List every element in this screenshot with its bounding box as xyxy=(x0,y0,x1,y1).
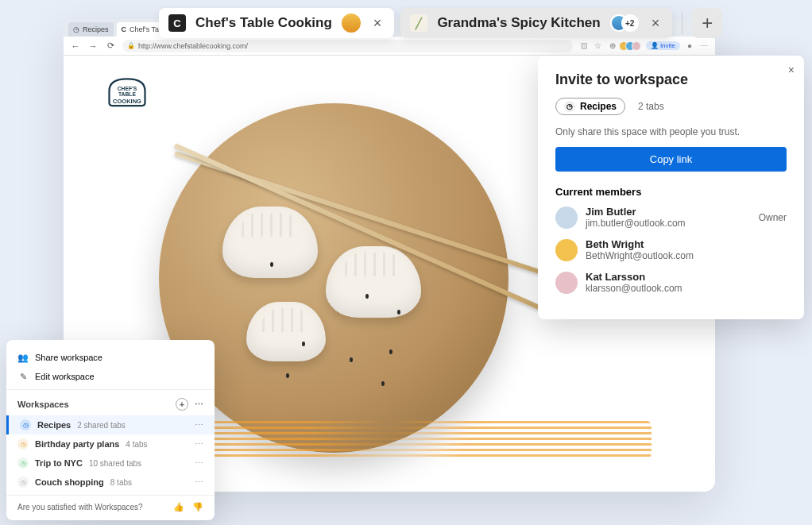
reader-icon[interactable]: ⊡ xyxy=(579,41,589,51)
workspace-tabcount: 8 tabs xyxy=(110,478,132,487)
menu-icon[interactable]: ⋯ xyxy=(699,41,709,51)
site-logo: CHEF'S TABLE COOKING xyxy=(95,70,159,118)
workspace-tabcount: 2 shared tabs xyxy=(77,421,126,430)
workspace-item[interactable]: ◷ Birthday party plans 4 tabs ⋯ xyxy=(6,434,215,454)
pencil-icon: ✎ xyxy=(17,371,29,382)
invite-panel: × Invite to workspace ◷ Recipes 2 tabs O… xyxy=(538,56,804,319)
tab-divider xyxy=(682,12,682,34)
workspaces-header-label: Workspaces xyxy=(17,400,69,409)
workspace-icon: ◷ xyxy=(564,101,575,112)
avatar-icon xyxy=(555,207,578,229)
refresh-button[interactable]: ⟳ xyxy=(105,41,116,52)
invite-chip-label: Invite xyxy=(660,42,675,49)
member-avatar-icon xyxy=(632,41,641,51)
svg-text:CHEF'S: CHEF'S xyxy=(118,86,137,91)
address-bar[interactable]: 🔒 http://www.chefstablecooking.com/ xyxy=(122,40,573,52)
more-icon[interactable]: ⋯ xyxy=(195,420,203,430)
browser-toolbar: ← → ⟳ 🔒 http://www.chefstablecooking.com… xyxy=(64,37,715,56)
avatar-stack: +2 xyxy=(610,14,639,32)
workspace-icon: ◷ xyxy=(17,477,29,488)
feedback-question: Are you satisfied with Workspaces? xyxy=(17,503,143,511)
member-email: klarsson@outlook.com xyxy=(586,283,779,294)
lock-icon: 🔒 xyxy=(127,42,135,49)
workspace-icon: ◷ xyxy=(20,419,31,430)
back-button[interactable]: ← xyxy=(70,41,81,52)
trust-text: Only share this space with people you tr… xyxy=(555,126,787,137)
workspace-icon: ◷ xyxy=(17,438,29,450)
forward-button[interactable]: → xyxy=(87,41,99,52)
tab-title: Grandma's Spicy Kitchen xyxy=(437,15,600,31)
members-heading: Current members xyxy=(555,186,787,198)
workspace-item[interactable]: ◷ Couch shopping 8 tabs ⋯ xyxy=(6,473,215,492)
toolbar-right: ⊡ ☆ ⊕ 👤 Invite ● ⋯ xyxy=(579,41,709,51)
avatar-icon xyxy=(555,272,578,294)
member-email: jim.butler@outlook.com xyxy=(586,218,751,229)
new-tab-button[interactable]: + xyxy=(692,8,722,38)
workspace-name: Couch shopping xyxy=(35,477,104,487)
member-role: Owner xyxy=(759,212,787,223)
close-icon[interactable]: × xyxy=(648,15,663,32)
copy-link-button[interactable]: Copy link xyxy=(555,147,787,172)
tab-count: 2 tabs xyxy=(638,101,664,112)
workspace-icon: ◷ xyxy=(73,25,79,33)
workspace-name: Birthday party plans xyxy=(35,439,119,449)
collections-icon[interactable]: ⊕ xyxy=(608,41,617,51)
workspace-icon: ◷ xyxy=(17,457,29,469)
profile-icon[interactable]: ● xyxy=(685,41,694,51)
workspace-name: Recipes xyxy=(37,420,71,430)
workspace-chip[interactable]: ◷ Recipes xyxy=(555,98,625,115)
member-row: Jim Butler jim.butler@outlook.com Owner xyxy=(555,206,787,229)
person-plus-icon: 👤 xyxy=(651,42,659,49)
member-row: Kat Larsson klarsson@outlook.com xyxy=(555,271,787,294)
tab-title: Chef's Table Cooking xyxy=(195,15,332,31)
thumbs-up-icon[interactable]: 👍 xyxy=(173,502,184,512)
workspace-tabcount: 10 shared tabs xyxy=(89,459,141,468)
favorite-icon[interactable]: ☆ xyxy=(594,41,603,51)
share-icon: 👥 xyxy=(17,352,29,363)
workspace-item[interactable]: ◷ Trip to NYC 10 shared tabs ⋯ xyxy=(6,454,215,473)
mini-tab-label: Chef's Tab xyxy=(130,25,163,33)
close-icon[interactable]: × xyxy=(370,15,385,32)
svg-text:COOKING: COOKING xyxy=(113,98,141,105)
member-name: Jim Butler xyxy=(586,206,751,218)
more-icon[interactable]: ⋯ xyxy=(195,477,203,488)
close-icon[interactable]: × xyxy=(788,64,795,76)
invite-title: Invite to workspace xyxy=(555,71,787,88)
favicon-icon: C xyxy=(168,14,186,32)
workspace-chip-label: Recipes xyxy=(580,101,617,112)
workspace-chip-label: Recipes xyxy=(83,25,109,33)
share-workspace-item[interactable]: 👥 Share workspace xyxy=(6,348,215,367)
url-text: http://www.chefstablecooking.com/ xyxy=(138,42,248,50)
floating-tab-grandma[interactable]: ╱ Grandma's Spicy Kitchen +2 × xyxy=(400,8,672,38)
feedback-row: Are you satisfied with Workspaces? 👍 👎 xyxy=(6,495,215,515)
workspace-name: Trip to NYC xyxy=(35,458,83,468)
member-email: BethWright@outlook.com xyxy=(586,250,779,261)
member-name: Kat Larsson xyxy=(586,271,779,283)
member-name: Beth Wright xyxy=(586,238,779,250)
workspaces-popup: 👥 Share workspace ✎ Edit workspace Works… xyxy=(6,340,215,520)
favicon-icon: ╱ xyxy=(410,14,427,32)
floating-tab-chef[interactable]: C Chef's Table Cooking × xyxy=(159,8,394,38)
avatar-icon xyxy=(555,239,578,261)
workspace-item[interactable]: ◷ Recipes 2 shared tabs ⋯ xyxy=(6,415,215,434)
separator xyxy=(6,389,215,390)
edit-workspace-item[interactable]: ✎ Edit workspace xyxy=(6,367,215,386)
add-workspace-button[interactable]: + xyxy=(176,398,188,411)
more-icon[interactable]: ⋯ xyxy=(195,400,203,410)
svg-text:TABLE: TABLE xyxy=(118,91,136,97)
floating-tabs: C Chef's Table Cooking × ╱ Grandma's Spi… xyxy=(159,8,722,38)
tab-avatar-icon xyxy=(342,14,361,33)
invite-chip[interactable]: 👤 Invite xyxy=(646,41,680,50)
workspaces-header: Workspaces + ⋯ xyxy=(6,393,215,415)
share-label: Share workspace xyxy=(35,353,102,362)
edit-label: Edit workspace xyxy=(35,372,95,381)
workspace-chip[interactable]: ◷ Recipes xyxy=(68,22,114,37)
more-icon[interactable]: ⋯ xyxy=(195,458,203,469)
member-row: Beth Wright BethWright@outlook.com xyxy=(555,238,787,261)
workspace-tabcount: 4 tabs xyxy=(126,440,147,449)
thumbs-down-icon[interactable]: 👎 xyxy=(192,502,203,512)
more-icon[interactable]: ⋯ xyxy=(195,439,203,450)
